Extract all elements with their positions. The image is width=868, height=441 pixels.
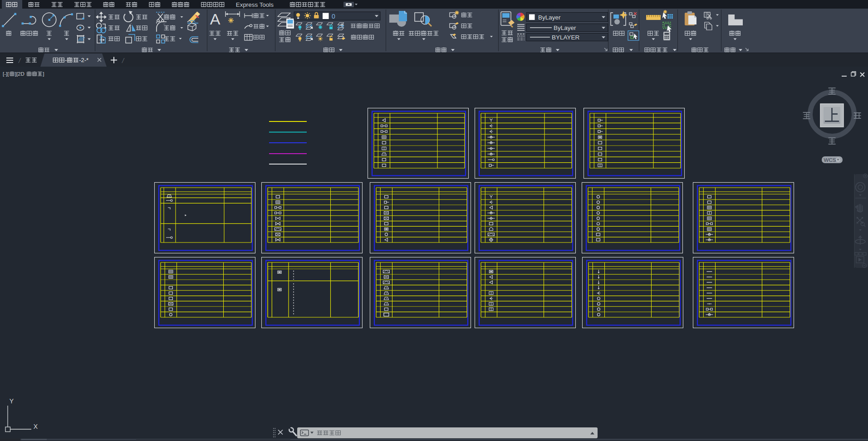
svg-text:ByLayer: ByLayer	[554, 24, 576, 31]
svg-text:WCS: WCS	[824, 157, 836, 163]
svg-text:BYLAYER: BYLAYER	[552, 34, 580, 41]
svg-text:0: 0	[332, 13, 335, 20]
svg-text:]: ]	[43, 71, 44, 77]
svg-text:ByLayer: ByLayer	[538, 14, 561, 21]
svg-text:-: -	[65, 57, 67, 63]
svg-text:-2-*: -2-*	[79, 57, 88, 63]
svg-text:A: A	[210, 10, 221, 28]
svg-text:[-][: [-][	[3, 71, 9, 77]
svg-text:Y: Y	[10, 397, 14, 405]
svg-text:Express Tools: Express Tools	[236, 1, 274, 8]
svg-text:][2D: ][2D	[15, 71, 25, 77]
svg-text:X: X	[34, 423, 38, 430]
